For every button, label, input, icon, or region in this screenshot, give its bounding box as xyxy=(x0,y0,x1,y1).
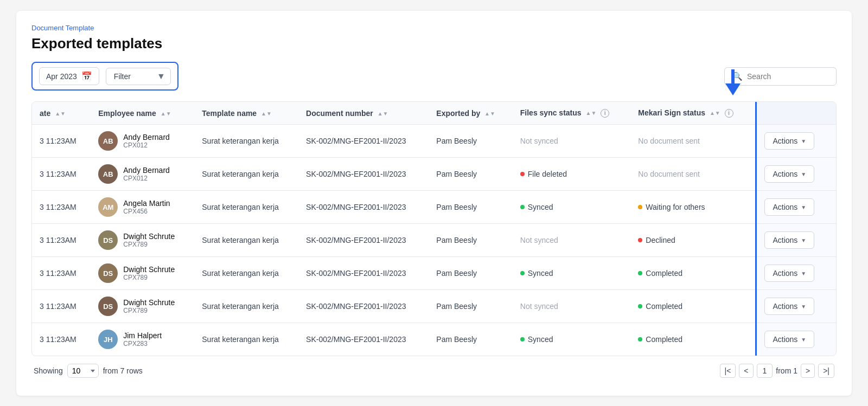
cell-actions: Actions▼ xyxy=(756,125,836,158)
cell-mekari: No document sent xyxy=(630,158,756,191)
cell-date: 3 11:23AM xyxy=(32,257,91,290)
toolbar: Apr 2023 📅 Filter ▼ 🔍 xyxy=(31,62,837,91)
cell-actions: Actions▼ xyxy=(756,158,836,191)
col-template-label: Template name xyxy=(202,109,257,118)
cell-docnum: SK-002/MNG-EF2001-II/2023 xyxy=(298,224,429,257)
cell-filesync: Synced xyxy=(513,323,631,356)
sort-icon-exportedby[interactable]: ▲▼ xyxy=(484,111,495,117)
actions-button[interactable]: Actions▼ xyxy=(764,265,814,282)
employee-id: CPX789 xyxy=(123,307,175,314)
cell-filesync: Synced xyxy=(513,257,631,290)
page-container: Document Template Exported templates Apr… xyxy=(16,11,852,396)
sync-status-dot xyxy=(520,271,525,275)
cell-exportedby: Pam Beesly xyxy=(429,257,512,290)
sync-status-dot xyxy=(520,172,525,176)
footer-right: |< < 1 from 1 > >| xyxy=(720,364,834,378)
search-box: 🔍 xyxy=(724,67,837,86)
mekari-info-icon[interactable]: i xyxy=(725,109,733,118)
cell-date: 3 11:23AM xyxy=(32,224,91,257)
mekari-status-text: Declined xyxy=(646,236,675,244)
employee-name: Angela Martin xyxy=(123,199,170,208)
actions-button[interactable]: Actions▼ xyxy=(764,331,814,348)
avatar: AB xyxy=(98,131,118,151)
cell-filesync: Synced xyxy=(513,191,631,224)
sort-icon-filesync[interactable]: ▲▼ xyxy=(586,111,597,116)
col-date: ate ▲▼ xyxy=(32,102,91,125)
employee-name: Dwight Schrute xyxy=(123,232,175,241)
sort-icon-date[interactable]: ▲▼ xyxy=(55,111,66,117)
cell-docnum: SK-002/MNG-EF2001-II/2023 xyxy=(298,125,429,158)
employee-id: CPX283 xyxy=(123,340,162,347)
cell-exportedby: Pam Beesly xyxy=(429,191,512,224)
chevron-down-icon: ▼ xyxy=(801,171,806,177)
mekari-status-text: Waiting for others xyxy=(646,203,705,211)
cell-exportedby: Pam Beesly xyxy=(429,224,512,257)
next-page-button[interactable]: > xyxy=(801,364,815,378)
actions-button[interactable]: Actions▼ xyxy=(764,165,814,183)
arrow-annotation xyxy=(725,69,741,95)
employee-id: CPX789 xyxy=(123,241,175,248)
filter-select[interactable]: Filter xyxy=(106,68,171,85)
cell-docnum: SK-002/MNG-EF2001-II/2023 xyxy=(298,290,429,323)
table-row: 3 11:23AMDSDwight SchruteCPX789Surat ket… xyxy=(32,290,836,323)
table-header-row: ate ▲▼ Employee name ▲▼ Template name ▲▼… xyxy=(32,102,836,125)
cell-date: 3 11:23AM xyxy=(32,191,91,224)
filter-dropdown-wrapper: Filter ▼ xyxy=(106,68,171,85)
actions-button[interactable]: Actions▼ xyxy=(764,231,814,249)
last-page-button[interactable]: >| xyxy=(818,364,834,378)
chevron-down-icon: ▼ xyxy=(801,138,806,144)
cell-employee: ABAndy BernardCPX012 xyxy=(91,158,194,191)
avatar: AB xyxy=(98,164,118,184)
sort-icon-employee[interactable]: ▲▼ xyxy=(161,111,171,117)
cell-employee: JHJim HalpertCPX283 xyxy=(91,323,194,356)
col-exportedby-label: Exported by xyxy=(436,109,480,118)
filesync-info-icon[interactable]: i xyxy=(601,109,609,118)
actions-button[interactable]: Actions▼ xyxy=(764,132,814,150)
first-page-button[interactable]: |< xyxy=(720,364,736,378)
cell-employee: DSDwight SchruteCPX789 xyxy=(91,224,194,257)
from-rows-label: from 7 rows xyxy=(103,366,143,375)
actions-label: Actions xyxy=(773,269,797,278)
breadcrumb[interactable]: Document Template xyxy=(31,24,837,32)
cell-exportedby: Pam Beesly xyxy=(429,290,512,323)
actions-label: Actions xyxy=(773,236,797,244)
sort-icon-template[interactable]: ▲▼ xyxy=(261,111,272,117)
prev-page-button[interactable]: < xyxy=(739,364,753,378)
cell-template: Surat keterangan kerja xyxy=(194,224,298,257)
table-row: 3 11:23AMJHJim HalpertCPX283Surat ketera… xyxy=(32,323,836,356)
cell-mekari: Completed xyxy=(630,290,756,323)
sort-icon-mekari[interactable]: ▲▼ xyxy=(710,111,720,116)
col-docnum-label: Document number xyxy=(306,109,373,118)
sync-status-dot xyxy=(520,205,525,209)
cell-actions: Actions▼ xyxy=(756,290,836,323)
sync-status-text: File deleted xyxy=(528,170,567,178)
cell-employee: AMAngela MartinCPX456 xyxy=(91,191,194,224)
avatar: DS xyxy=(98,230,118,250)
cell-employee: ABAndy BernardCPX012 xyxy=(91,125,194,158)
sort-icon-docnum[interactable]: ▲▼ xyxy=(378,111,388,117)
search-input[interactable] xyxy=(747,72,828,81)
sync-status-text: Not synced xyxy=(520,302,558,311)
cell-filesync: Not synced xyxy=(513,224,631,257)
date-picker[interactable]: Apr 2023 📅 xyxy=(39,67,99,85)
cell-template: Surat keterangan kerja xyxy=(194,323,298,356)
cell-actions: Actions▼ xyxy=(756,191,836,224)
actions-button[interactable]: Actions▼ xyxy=(764,198,814,216)
cell-mekari: Waiting for others xyxy=(630,191,756,224)
col-filesync-label: Files sync status xyxy=(520,108,582,117)
cell-filesync: File deleted xyxy=(513,158,631,191)
cell-template: Surat keterangan kerja xyxy=(194,158,298,191)
employee-name: Andy Bernard xyxy=(123,133,170,141)
rows-per-page-select[interactable]: 10 25 50 100 xyxy=(67,364,99,378)
date-value: Apr 2023 xyxy=(46,72,77,81)
col-employee: Employee name ▲▼ xyxy=(91,102,194,125)
cell-actions: Actions▼ xyxy=(756,224,836,257)
chevron-down-icon: ▼ xyxy=(801,337,806,343)
chevron-down-icon: ▼ xyxy=(801,237,806,243)
mekari-status-dot xyxy=(638,271,642,275)
employee-id: CPX012 xyxy=(123,175,170,182)
cell-mekari: Declined xyxy=(630,224,756,257)
mekari-status-text: Completed xyxy=(646,302,682,311)
actions-button[interactable]: Actions▼ xyxy=(764,298,814,315)
footer-left: Showing 10 25 50 100 from 7 rows xyxy=(34,364,143,378)
